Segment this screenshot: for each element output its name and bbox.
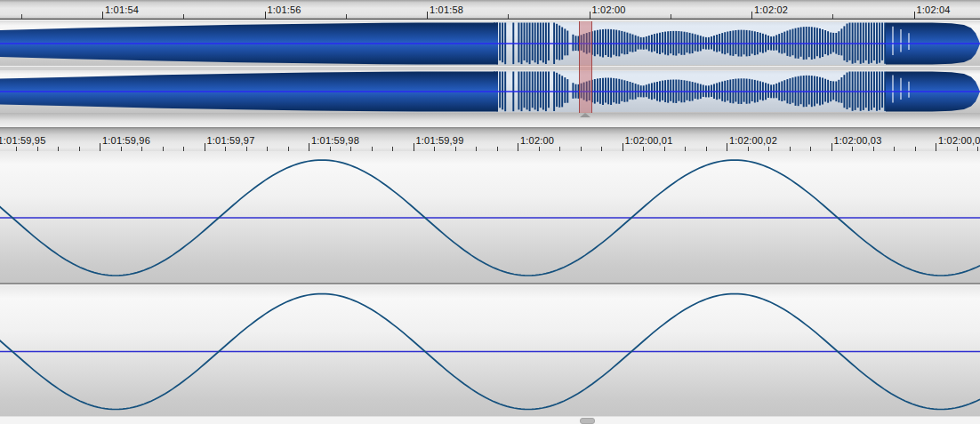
scroll-thumb-icon[interactable] [580,418,595,424]
ruler-major-tick [914,12,915,19]
ruler-tick-label: 1:01:58 [430,4,463,15]
ruler-major-tick [100,143,100,151]
ruler-major-tick [414,143,414,151]
ruler-major-tick [102,12,103,19]
ruler-major-tick [590,12,590,19]
zoom-waveform-channel-right[interactable] [0,285,980,416]
ruler-major-tick [427,12,428,19]
ruler-major-tick [205,143,205,151]
timeline-ruler-zoom[interactable]: 1:01:59,951:01:59,961:01:59,971:01:59,98… [0,127,980,151]
ruler-tick-label: 1:01:54 [105,4,139,15]
channel-background [0,285,980,416]
ruler-tick-label: 1:02:00,01 [625,135,673,146]
ruler-tick-label: 1:01:56 [268,4,301,15]
ruler-major-tick [936,143,936,151]
ruler-tick-label: 1:02:00,03 [834,135,882,146]
ruler-minor-tick [832,14,833,19]
ruler-tick-label: 1:01:59,98 [311,135,359,146]
ruler-major-tick [831,143,832,151]
timeline-ruler-overview[interactable]: 1:01:541:01:561:01:581:02:001:02:021:02:… [0,0,980,20]
audio-editor-window: 1:01:541:01:561:01:581:02:001:02:021:02:… [0,0,980,424]
channel-background [0,151,980,283]
ruler-minor-tick [183,14,184,19]
ruler-major-tick [623,143,623,151]
ruler-tick-label: 1:01:59,95 [0,135,46,146]
playback-cursor[interactable] [579,21,592,113]
ruler-minor-tick [671,14,671,19]
ruler-tick-label: 1:01:59,99 [416,135,464,146]
ruler-major-tick [265,12,266,19]
ruler-tick-label: 1:02:00 [592,4,626,15]
ruler-tick-label: 1:01:59,96 [102,135,150,146]
ruler-minor-tick [508,14,509,19]
ruler-major-tick [751,12,752,19]
ruler-minor-tick [346,14,347,19]
ruler-major-tick [309,143,309,151]
overview-waveform-channel-right[interactable] [0,70,980,113]
ruler-tick-label: 1:02:00,02 [729,135,777,146]
ruler-tick-label: 1:02:00,04 [938,135,980,146]
track-bottom-border [0,113,980,127]
overview-waveform-channel-left[interactable] [0,21,980,66]
ruler-tick-label: 1:02:00 [520,135,554,146]
ruler-tick-label: 1:02:02 [754,4,788,15]
ruler-tick-label: 1:01:59,97 [207,135,255,146]
ruler-minor-tick [21,14,22,19]
ruler-major-tick [727,143,727,151]
ruler-major-tick [518,143,518,151]
cursor-handle-icon[interactable] [580,113,590,117]
zoom-waveform-channel-left[interactable] [0,151,980,283]
ruler-tick-label: 1:02:04 [917,4,951,15]
window-bottom-strip [0,416,980,424]
